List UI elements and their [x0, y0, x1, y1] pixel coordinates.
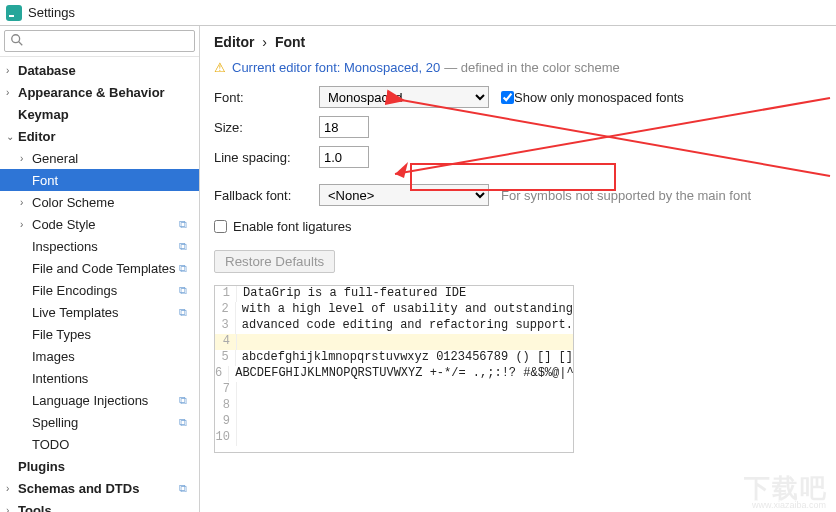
show-mono-label[interactable]: Show only monospaced fonts — [514, 90, 684, 105]
tree-item-label: File and Code Templates — [32, 261, 179, 276]
search-input[interactable] — [4, 30, 195, 52]
preview-text — [237, 382, 243, 398]
scheme-icon: ⧉ — [179, 482, 193, 495]
scheme-icon: ⧉ — [179, 240, 193, 253]
warning-row: ⚠ Current editor font: Monospaced, 20 — … — [214, 60, 822, 75]
preview-line: 10 — [215, 430, 573, 446]
tree-item-keymap[interactable]: Keymap — [0, 103, 199, 125]
tree-item-tools[interactable]: ›Tools — [0, 499, 199, 512]
ligatures-checkbox[interactable] — [214, 220, 227, 233]
content-pane: Editor › Font ⚠ Current editor font: Mon… — [200, 26, 836, 512]
tree-item-file-encodings[interactable]: File Encodings⧉ — [0, 279, 199, 301]
tree-item-label: File Types — [32, 327, 199, 342]
tree-item-label: Schemas and DTDs — [18, 481, 179, 496]
preview-text: advanced code editing and refactoring su… — [236, 318, 573, 334]
preview-text — [237, 334, 243, 350]
preview-line: 9 — [215, 414, 573, 430]
tree-item-images[interactable]: Images — [0, 345, 199, 367]
tree-item-code-style[interactable]: ›Code Style⧉ — [0, 213, 199, 235]
search-icon — [10, 33, 24, 47]
svg-point-2 — [12, 35, 20, 43]
titlebar: Settings — [0, 0, 836, 26]
tree-item-spelling[interactable]: Spelling⧉ — [0, 411, 199, 433]
size-label: Size: — [214, 120, 319, 135]
chevron-icon: › — [20, 153, 32, 164]
breadcrumb-a: Editor — [214, 34, 254, 50]
gutter-number: 6 — [215, 366, 229, 382]
tree-item-label: Language Injections — [32, 393, 179, 408]
scheme-icon: ⧉ — [179, 218, 193, 231]
scheme-icon: ⧉ — [179, 416, 193, 429]
breadcrumb: Editor › Font — [214, 34, 822, 50]
preview-line: 3advanced code editing and refactoring s… — [215, 318, 573, 334]
gutter-number: 1 — [215, 286, 237, 302]
preview-line: 6ABCDEFGHIJKLMNOPQRSTUVWXYZ +-*/= .,;:!?… — [215, 366, 573, 382]
tree-item-schemas-and-dtds[interactable]: ›Schemas and DTDs⧉ — [0, 477, 199, 499]
tree-item-editor[interactable]: ⌄Editor — [0, 125, 199, 147]
chevron-icon: ⌄ — [6, 131, 18, 142]
preview-line: 2with a high level of usability and outs… — [215, 302, 573, 318]
tree-item-label: Live Templates — [32, 305, 179, 320]
tree-item-label: TODO — [32, 437, 199, 452]
tree-item-label: Color Scheme — [32, 195, 199, 210]
warning-icon: ⚠ — [214, 60, 226, 75]
size-input[interactable] — [319, 116, 369, 138]
preview-line: 1DataGrip is a full-featured IDE — [215, 286, 573, 302]
tree-item-color-scheme[interactable]: ›Color Scheme — [0, 191, 199, 213]
chevron-icon: › — [6, 87, 18, 98]
tree-item-live-templates[interactable]: Live Templates⧉ — [0, 301, 199, 323]
tree-item-label: Code Style — [32, 217, 179, 232]
preview-line: 4 — [215, 334, 573, 350]
gutter-number: 4 — [215, 334, 237, 350]
tree-item-label: Appearance & Behavior — [18, 85, 199, 100]
show-mono-checkbox[interactable] — [501, 91, 514, 104]
font-preview: 1DataGrip is a full-featured IDE2with a … — [214, 285, 574, 453]
tree-item-inspections[interactable]: Inspections⧉ — [0, 235, 199, 257]
tree-item-label: Inspections — [32, 239, 179, 254]
gutter-number: 5 — [215, 350, 236, 366]
svg-rect-1 — [9, 15, 14, 17]
tree-item-database[interactable]: ›Database — [0, 59, 199, 81]
tree-item-label: Keymap — [18, 107, 199, 122]
ligatures-label[interactable]: Enable font ligatures — [233, 219, 352, 234]
warning-rest: — defined in the color scheme — [444, 60, 620, 75]
tree-item-label: Database — [18, 63, 199, 78]
chevron-icon: › — [6, 505, 18, 513]
tree-item-file-and-code-templates[interactable]: File and Code Templates⧉ — [0, 257, 199, 279]
tree-item-appearance-behavior[interactable]: ›Appearance & Behavior — [0, 81, 199, 103]
gutter-number: 7 — [215, 382, 237, 398]
svg-rect-0 — [6, 5, 22, 21]
tree-item-label: File Encodings — [32, 283, 179, 298]
tree-item-label: Tools — [18, 503, 199, 513]
breadcrumb-b: Font — [275, 34, 305, 50]
scheme-icon: ⧉ — [179, 306, 193, 319]
current-font-link[interactable]: Current editor font: Monospaced, 20 — [232, 60, 440, 75]
tree-item-intentions[interactable]: Intentions — [0, 367, 199, 389]
tree-item-file-types[interactable]: File Types — [0, 323, 199, 345]
chevron-icon: › — [20, 197, 32, 208]
line-spacing-input[interactable] — [319, 146, 369, 168]
restore-defaults-button[interactable]: Restore Defaults — [214, 250, 335, 273]
tree-item-general[interactable]: ›General — [0, 147, 199, 169]
gutter-number: 3 — [215, 318, 236, 334]
scheme-icon: ⧉ — [179, 394, 193, 407]
preview-line: 8 — [215, 398, 573, 414]
font-select[interactable]: Monospaced — [319, 86, 489, 108]
tree-item-plugins[interactable]: Plugins — [0, 455, 199, 477]
preview-text: ABCDEFGHIJKLMNOPQRSTUVWXYZ +-*/= .,;:!? … — [229, 366, 573, 382]
tree-item-label: Plugins — [18, 459, 199, 474]
fallback-label: Fallback font: — [214, 188, 319, 203]
preview-text — [237, 398, 243, 414]
preview-text: with a high level of usability and outst… — [236, 302, 573, 318]
font-label: Font: — [214, 90, 319, 105]
tree-item-label: Font — [32, 173, 199, 188]
tree-item-font[interactable]: Font — [0, 169, 199, 191]
fallback-select[interactable]: <None> — [319, 184, 489, 206]
preview-text: abcdefghijklmnopqrstuvwxyz 0123456789 ()… — [236, 350, 573, 366]
tree-item-todo[interactable]: TODO — [0, 433, 199, 455]
chevron-icon: › — [6, 65, 18, 76]
preview-text — [237, 414, 243, 430]
tree-item-language-injections[interactable]: Language Injections⧉ — [0, 389, 199, 411]
gutter-number: 8 — [215, 398, 237, 414]
app-icon — [6, 5, 22, 21]
